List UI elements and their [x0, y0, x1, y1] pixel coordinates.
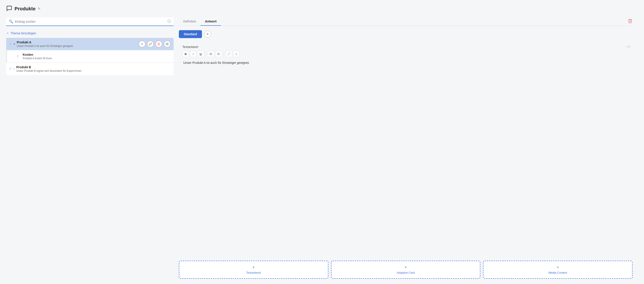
list-item[interactable]: ⠿ Kosten Produkt A kostet 30 Euro. [6, 50, 174, 62]
add-adaptive-card-label: Adaptive Card [397, 271, 415, 274]
dollar-toolbar-button[interactable]: $ [233, 51, 240, 57]
item-content: Kosten Produkt A kostet 30 Euro. [23, 53, 170, 60]
toolbar: B I U $ [182, 51, 629, 57]
item-title: Produkt A [17, 40, 139, 44]
underline-button[interactable]: U [197, 51, 204, 57]
right-panel: Definition Antwort Standard + ⠿⠿ Textant… [174, 18, 638, 279]
add-media-content-button[interactable]: + Media Content [483, 261, 632, 279]
add-textantwort-label: Textantwort [246, 271, 261, 274]
search-icon: 🔍 [9, 19, 13, 24]
plus-icon: + [556, 265, 559, 270]
ordered-list-button[interactable] [215, 51, 222, 57]
list-item[interactable]: ⠿ ▾ Produkt A Unser Produkt A ist auch f… [6, 38, 174, 50]
add-textantwort-button[interactable]: + Textantwort [179, 261, 328, 279]
tab-antwort[interactable]: Antwort [200, 18, 221, 26]
item-title: Kosten [23, 53, 170, 56]
toolbar-divider-2 [224, 52, 224, 56]
text-content[interactable]: Unser Produkt A ist auch für Einsteiger … [182, 59, 629, 86]
variant-bar: Standard + [179, 30, 632, 38]
add-theme-bar: ＋ Thema hinzufügen [6, 30, 174, 37]
left-panel: 🔍 ⓘ ＋ Thema hinzufügen ⠿ ▾ Produkt A [6, 18, 174, 279]
add-variant-button[interactable]: + [204, 30, 211, 38]
add-adaptive-card-button[interactable]: + Adaptive Card [331, 261, 480, 279]
chat-icon [6, 5, 12, 12]
link-toolbar-button[interactable] [226, 51, 232, 57]
item-title: Produkt B [16, 66, 170, 69]
item-content: Produkt A Unser Produkt A ist auch für E… [17, 40, 139, 48]
delete-button[interactable] [156, 41, 162, 47]
edit-icon[interactable]: ✎ [38, 6, 40, 11]
bold-button[interactable]: B [182, 51, 189, 57]
svg-point-0 [167, 44, 168, 44]
collapse-icon[interactable]: ▾ [14, 42, 15, 46]
preview-button[interactable] [164, 41, 170, 47]
list-item[interactable]: ⠿ ‹ Produkt B Unser Produkt B eignet sic… [6, 63, 174, 75]
plus-icon: ＋ [6, 31, 9, 35]
item-actions: + [139, 41, 170, 47]
plus-icon: + [404, 265, 407, 270]
add-media-content-label: Media Content [548, 271, 567, 274]
item-subtitle: Unser Produkt A ist auch für Einsteiger … [17, 44, 139, 48]
toolbar-divider [206, 52, 206, 56]
right-header: Definition Antwort [179, 18, 632, 26]
unordered-list-button[interactable] [208, 51, 214, 57]
tab-definition[interactable]: Definition [179, 18, 200, 26]
expand-icon[interactable]: ‹ [14, 67, 14, 70]
add-item-button[interactable]: + [139, 41, 145, 47]
standard-variant-button[interactable]: Standard [179, 30, 202, 38]
delete-top-button[interactable] [628, 18, 632, 24]
page-title: Produkte [14, 6, 36, 12]
tabs: Definition Antwort [179, 18, 221, 26]
drag-handle: ⠿ [16, 54, 19, 58]
items-list: ⠿ ▾ Produkt A Unser Produkt A ist auch f… [6, 38, 174, 75]
add-theme-button[interactable]: ＋ Thema hinzufügen [6, 31, 36, 35]
section-drag-handle: ⠿⠿ [626, 45, 631, 48]
link-button[interactable] [147, 41, 154, 47]
plus-icon: + [252, 265, 255, 270]
help-icon[interactable]: ⓘ [168, 19, 171, 24]
item-subtitle: Produkt A kostet 30 Euro. [23, 57, 170, 60]
italic-button[interactable]: I [190, 51, 196, 57]
search-bar: 🔍 ⓘ [6, 18, 174, 26]
item-subtitle: Unser Produkt B eignet sich besonders fü… [16, 69, 170, 72]
drag-handle: ⠿ [9, 42, 12, 46]
add-buttons-row: + Textantwort + Adaptive Card + Media Co… [179, 257, 632, 279]
search-input[interactable] [15, 20, 166, 23]
page-header: Produkte ✎ [6, 5, 638, 12]
drag-handle: ⠿ [9, 67, 12, 71]
section-label: Textantwort [182, 45, 629, 49]
item-content: Produkt B Unser Produkt B eignet sich be… [16, 66, 170, 72]
text-answer-section: ⠿⠿ Textantwort B I U [179, 42, 632, 89]
